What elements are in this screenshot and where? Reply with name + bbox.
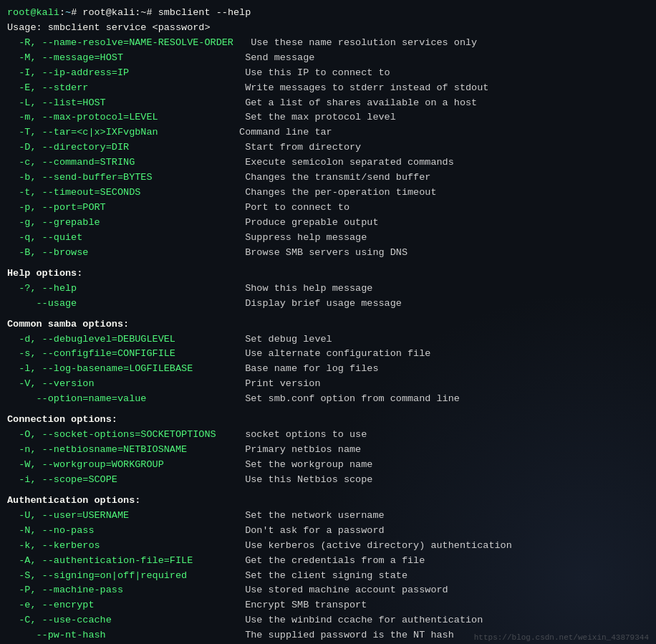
terminal-line: -M, --message=HOST Send message — [7, 51, 649, 66]
terminal-line: --option=name=value Set smb.conf option … — [7, 392, 649, 407]
terminal-line: -b, --send-buffer=BYTES Changes the tran… — [7, 170, 649, 186]
terminal-line: -s, --configfile=CONFIGFILE Use alternat… — [7, 347, 649, 362]
terminal-line: -T, --tar=<c|x>IXFvgbNan Command line ta… — [7, 125, 649, 140]
terminal-line: -A, --authentication-file=FILE Get the c… — [7, 554, 649, 569]
terminal-line — [7, 261, 649, 266]
terminal-line: -U, --user=USERNAME Set the network user… — [7, 509, 649, 524]
prompt-command: root@kali:~# smbclient --help — [82, 7, 251, 18]
terminal-line: Connection options: — [7, 413, 649, 428]
terminal-line: -g, --grepable Produce grepable output — [7, 216, 649, 231]
terminal-line — [7, 312, 649, 317]
terminal-line: -n, --netbiosname=NETBIOSNAME Primary ne… — [7, 443, 649, 458]
terminal-line — [7, 488, 649, 494]
terminal-line: -S, --signing=on|off|required Set the cl… — [7, 569, 649, 584]
terminal-line: -p, --port=PORT Port to connect to — [7, 201, 649, 216]
terminal-line: Common samba options: — [7, 317, 649, 332]
terminal-line: Usage: smbclient service <password> — [7, 21, 649, 36]
terminal-line: -d, --debuglevel=DEBUGLEVEL Set debug le… — [7, 332, 649, 347]
terminal-line: -k, --kerberos Use kerberos (active dire… — [7, 539, 649, 554]
watermark: https://blog.csdn.net/weixin_43879344 — [474, 633, 649, 642]
terminal-line: -t, --timeout=SECONDS Changes the per-op… — [7, 186, 649, 201]
terminal-line: -B, --browse Browse SMB servers using DN… — [7, 246, 649, 261]
prompt-colon: : — [59, 7, 65, 18]
terminal-line: -C, --use-ccache Use the winbind ccache … — [7, 613, 649, 628]
terminal-line: -D, --directory=DIR Start from directory — [7, 140, 649, 155]
terminal-line: -W, --workgroup=WORKGROUP Set the workgr… — [7, 458, 649, 473]
terminal-line: Help options: — [7, 266, 649, 282]
terminal-content: root@kali:~# root@kali:~# smbclient --he… — [7, 6, 649, 643]
terminal-line: -R, --name-resolve=NAME-RESOLVE-ORDER Us… — [7, 36, 649, 51]
terminal-line: -l, --log-basename=LOGFILEBASE Base name… — [7, 362, 649, 377]
terminal-body: Usage: smbclient service <password> -R, … — [7, 21, 649, 643]
terminal-line: -e, --encrypt Encrypt SMB transport — [7, 598, 649, 613]
terminal-line: --usage Display brief usage message — [7, 297, 649, 312]
user-host: root@kali — [7, 7, 59, 18]
terminal-line — [7, 407, 649, 413]
terminal-line: -i, --scope=SCOPE Use this Netbios scope — [7, 473, 649, 488]
terminal-line: -L, --list=HOST Get a list of shares ava… — [7, 96, 649, 111]
terminal-line: Authentication options: — [7, 494, 649, 509]
terminal-line: -?, --help Show this help message — [7, 282, 649, 297]
terminal-line: -V, --version Print version — [7, 377, 649, 392]
terminal-line: -m, --max-protocol=LEVEL Set the max pro… — [7, 110, 649, 125]
terminal-line: -N, --no-pass Don't ask for a password — [7, 524, 649, 539]
terminal-window: root@kali:~# root@kali:~# smbclient --he… — [0, 0, 656, 644]
terminal-line: -I, --ip-address=IP Use this IP to conne… — [7, 66, 649, 81]
prompt-hash: # — [71, 7, 82, 18]
terminal-line: -q, --quiet Suppress help message — [7, 231, 649, 246]
terminal-line: -O, --socket-options=SOCKETOPTIONS socke… — [7, 428, 649, 443]
prompt-dir: ~ — [65, 7, 71, 18]
prompt-line: root@kali:~# root@kali:~# smbclient --he… — [7, 6, 649, 21]
terminal-line: -c, --command=STRING Execute semicolon s… — [7, 155, 649, 170]
terminal-line: -P, --machine-pass Use stored machine ac… — [7, 583, 649, 598]
terminal-line: -E, --stderr Write messages to stderr in… — [7, 81, 649, 96]
